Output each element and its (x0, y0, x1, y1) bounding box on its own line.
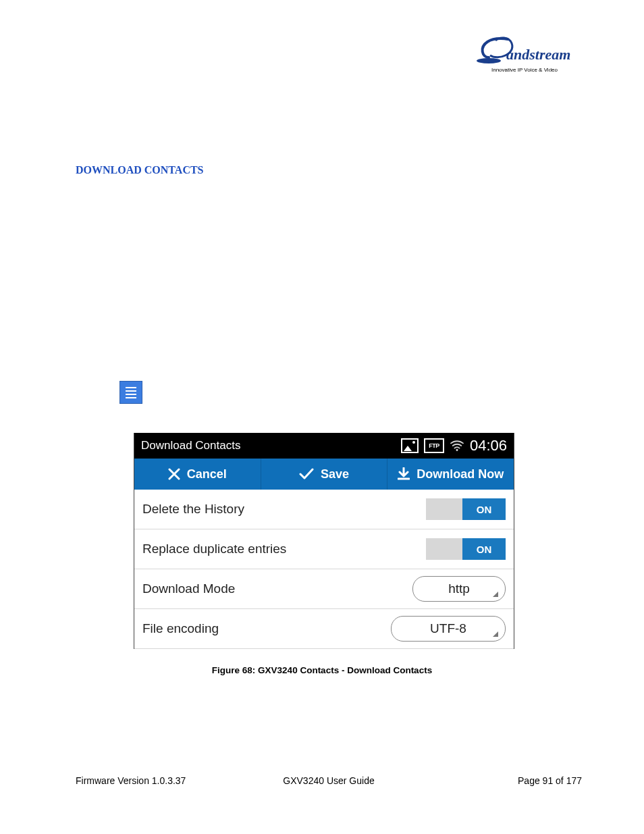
dropdown-file-encoding[interactable]: UTF-8 (391, 616, 506, 642)
chevron-down-icon (493, 586, 498, 597)
menu-icon (119, 381, 142, 404)
toggle-on-label: ON (462, 498, 506, 520)
download-now-button[interactable]: Download Now (387, 459, 514, 490)
footer-title: GXV3240 User Guide (76, 775, 582, 786)
brand-tagline: Innovative IP Voice & Video (491, 67, 558, 73)
ftp-icon: FTP (424, 438, 444, 453)
download-label: Download Now (417, 467, 504, 481)
save-label: Save (321, 467, 349, 481)
save-button[interactable]: Save (261, 459, 388, 490)
svg-point-2 (456, 449, 458, 451)
dropdown-value: http (448, 581, 470, 596)
dropdown-download-mode[interactable]: http (412, 576, 506, 602)
row-download-mode: Download Mode http (134, 569, 514, 609)
svg-text:andstream: andstream (506, 46, 570, 63)
check-icon (299, 468, 314, 480)
figure-caption: Figure 68: GXV3240 Contacts - Download C… (0, 665, 644, 675)
wifi-icon (450, 440, 464, 452)
download-icon (398, 467, 410, 481)
toggle-replace-duplicate[interactable]: ON (426, 538, 506, 560)
statusbar-time: 04:06 (470, 437, 507, 454)
svg-point-0 (477, 58, 501, 63)
toggle-delete-history[interactable]: ON (426, 498, 506, 520)
brand-logo: andstream Innovative IP Voice & Video (475, 27, 583, 74)
dropdown-value: UTF-8 (430, 621, 466, 636)
toggle-on-label: ON (462, 538, 506, 560)
close-icon (168, 468, 180, 480)
row-file-encoding: File encoding UTF-8 (134, 609, 514, 649)
row-replace-duplicate: Replace duplicate entries ON (134, 529, 514, 569)
row-delete-history: Delete the History ON (134, 490, 514, 529)
statusbar-title: Download Contacts (134, 439, 401, 452)
label-file-encoding: File encoding (142, 621, 219, 636)
section-heading: DOWNLOAD CONTACTS (76, 164, 204, 176)
label-replace-duplicate: Replace duplicate entries (142, 542, 286, 556)
page-footer: Firmware Version 1.0.3.37 GXV3240 User G… (76, 775, 582, 786)
label-delete-history: Delete the History (142, 502, 244, 517)
cancel-button[interactable]: Cancel (134, 459, 261, 490)
app-screenshot: Download Contacts FTP 04:06 Cancel Save (134, 433, 514, 649)
chevron-down-icon (493, 626, 498, 637)
label-download-mode: Download Mode (142, 581, 235, 596)
picture-icon (401, 438, 419, 453)
status-bar: Download Contacts FTP 04:06 (134, 433, 514, 459)
toolbar: Cancel Save Download Now (134, 459, 514, 490)
cancel-label: Cancel (187, 467, 227, 481)
